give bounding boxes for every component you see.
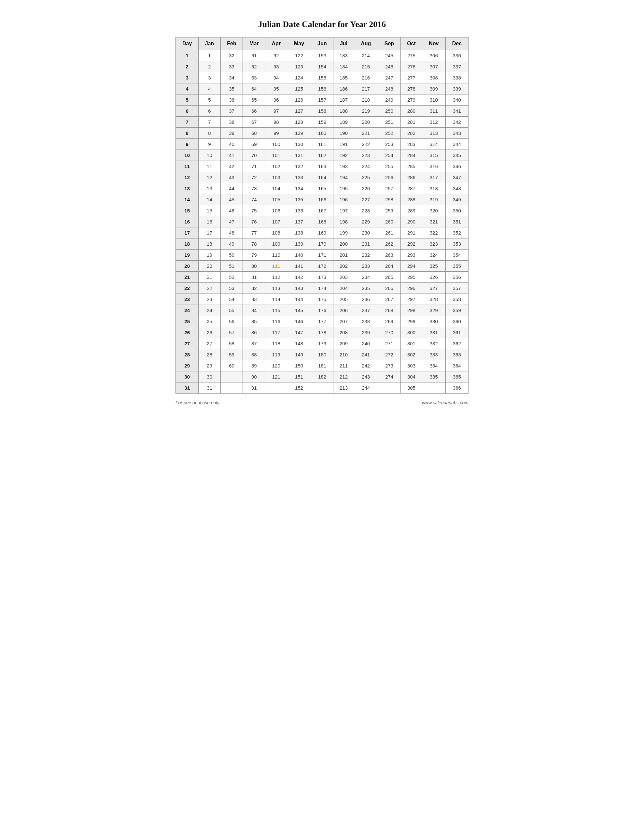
header-row: DayJanFebMarAprMayJunJulAugSepOctNovDec <box>176 37 468 50</box>
oct-cell: 301 <box>401 338 422 349</box>
jun-cell: 173 <box>311 272 333 283</box>
jun-cell: 168 <box>311 216 333 227</box>
jan-cell: 24 <box>199 305 220 316</box>
day-cell: 31 <box>176 383 199 394</box>
jun-cell: 167 <box>311 205 333 216</box>
sep-cell: 249 <box>378 94 400 105</box>
apr-cell: 97 <box>265 105 287 116</box>
mar-cell: 87 <box>243 338 265 349</box>
day-cell: 7 <box>176 116 199 128</box>
oct-cell: 280 <box>401 105 422 116</box>
apr-cell: 113 <box>265 283 287 294</box>
table-row: 33346394124155185216247277308338 <box>176 72 468 83</box>
table-row: 994069100130161191222253283314344 <box>176 139 468 150</box>
nov-cell: 321 <box>422 216 445 227</box>
may-cell: 143 <box>287 283 311 294</box>
mar-cell: 76 <box>243 216 265 227</box>
table-row: 26265786117147178208239270300331361 <box>176 327 468 338</box>
jul-cell: 199 <box>333 227 354 238</box>
jul-cell: 213 <box>333 383 354 394</box>
dec-cell: 337 <box>445 61 468 72</box>
feb-cell: 39 <box>220 128 243 139</box>
nov-cell: 320 <box>422 205 445 216</box>
aug-cell: 224 <box>354 161 378 172</box>
may-cell: 133 <box>287 172 311 183</box>
may-cell: 135 <box>287 194 311 205</box>
mar-cell: 88 <box>243 349 265 360</box>
may-cell: 147 <box>287 327 311 338</box>
table-row: 13134473104134165195226257287318348 <box>176 183 468 194</box>
footer-left: For personal use only <box>176 400 220 405</box>
aug-cell: 231 <box>354 238 378 249</box>
jan-cell: 27 <box>199 338 220 349</box>
aug-cell: 225 <box>354 172 378 183</box>
jun-cell: 175 <box>311 294 333 305</box>
jun-cell: 176 <box>311 305 333 316</box>
nov-cell: 324 <box>422 249 445 260</box>
mar-cell: 74 <box>243 194 265 205</box>
jun-cell: 160 <box>311 128 333 139</box>
mar-cell: 64 <box>243 83 265 94</box>
jul-cell: 192 <box>333 150 354 161</box>
apr-cell: 95 <box>265 83 287 94</box>
aug-cell: 226 <box>354 183 378 194</box>
oct-cell: 298 <box>401 305 422 316</box>
apr-cell: 103 <box>265 172 287 183</box>
mar-cell: 81 <box>243 272 265 283</box>
day-cell: 27 <box>176 338 199 349</box>
apr-cell: 117 <box>265 327 287 338</box>
may-cell: 127 <box>287 105 311 116</box>
mar-cell: 67 <box>243 116 265 128</box>
dec-cell: 345 <box>445 150 468 161</box>
sep-cell: 263 <box>378 249 400 260</box>
feb-cell: 45 <box>220 194 243 205</box>
feb-cell: 47 <box>220 216 243 227</box>
may-cell: 138 <box>287 227 311 238</box>
apr-cell: 99 <box>265 128 287 139</box>
aug-cell: 220 <box>354 116 378 128</box>
apr-cell: 119 <box>265 349 287 360</box>
oct-cell: 281 <box>401 116 422 128</box>
table-row: 18184978109139170200231262292323353 <box>176 238 468 249</box>
nov-cell: 323 <box>422 238 445 249</box>
mar-cell: 86 <box>243 327 265 338</box>
day-cell: 24 <box>176 305 199 316</box>
header-aug: Aug <box>354 37 378 50</box>
jul-cell: 210 <box>333 349 354 360</box>
aug-cell: 232 <box>354 249 378 260</box>
oct-cell: 279 <box>401 94 422 105</box>
oct-cell: 285 <box>401 161 422 172</box>
dec-cell: 351 <box>445 216 468 227</box>
feb-cell: 50 <box>220 249 243 260</box>
aug-cell: 227 <box>354 194 378 205</box>
jul-cell: 196 <box>333 194 354 205</box>
oct-cell: 294 <box>401 260 422 272</box>
oct-cell: 283 <box>401 139 422 150</box>
feb-cell: 59 <box>220 349 243 360</box>
aug-cell: 240 <box>354 338 378 349</box>
jul-cell: 206 <box>333 305 354 316</box>
nov-cell: 313 <box>422 128 445 139</box>
sep-cell: 246 <box>378 61 400 72</box>
sep-cell: 256 <box>378 172 400 183</box>
may-cell: 140 <box>287 249 311 260</box>
feb-cell: 34 <box>220 72 243 83</box>
may-cell: 132 <box>287 161 311 172</box>
table-row: 23235483114144175205236267297328358 <box>176 294 468 305</box>
feb-cell: 54 <box>220 294 243 305</box>
jun-cell: 171 <box>311 249 333 260</box>
apr-cell: 116 <box>265 316 287 327</box>
oct-cell: 300 <box>401 327 422 338</box>
day-cell: 4 <box>176 83 199 94</box>
header-sep: Sep <box>378 37 400 50</box>
aug-cell: 238 <box>354 316 378 327</box>
jan-cell: 6 <box>199 105 220 116</box>
jul-cell: 201 <box>333 249 354 260</box>
apr-cell: 107 <box>265 216 287 227</box>
sep-cell: 248 <box>378 83 400 94</box>
mar-cell: 71 <box>243 161 265 172</box>
aug-cell: 215 <box>354 61 378 72</box>
feb-cell: 37 <box>220 105 243 116</box>
day-cell: 20 <box>176 260 199 272</box>
day-cell: 30 <box>176 372 199 383</box>
